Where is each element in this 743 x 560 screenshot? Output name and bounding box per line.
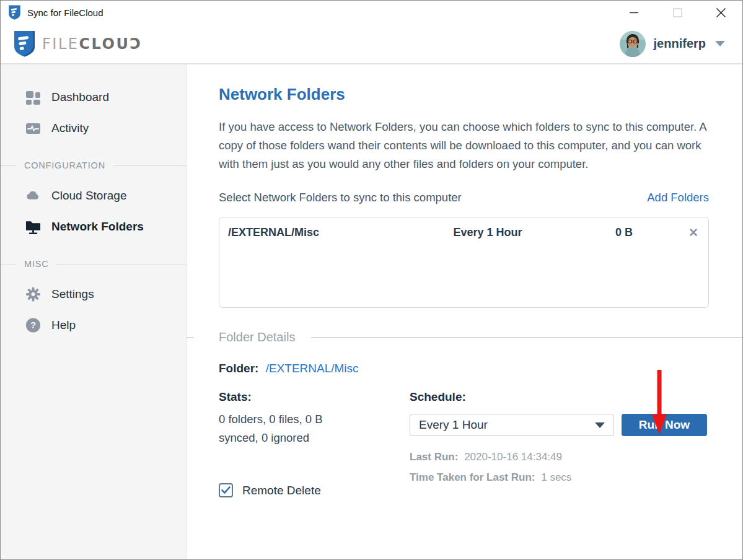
maximize-icon (673, 8, 682, 17)
sidebar-item-label: Help (51, 318, 76, 332)
sidebar-item-cloud-storage[interactable]: Cloud Storage (1, 180, 186, 211)
folder-size-cell: 0 B (574, 226, 674, 239)
titlebar: Sync for FileCloud (1, 1, 742, 24)
user-menu[interactable]: jenniferp (620, 31, 725, 57)
sidebar-item-label: Cloud Storage (51, 189, 126, 203)
select-folders-label: Select Network Folders to sync to this c… (219, 191, 462, 204)
user-caret-down-icon (715, 41, 725, 46)
divider-tail (311, 337, 742, 338)
stats-text: 0 folders, 0 files, 0 B synced, 0 ignore… (219, 410, 398, 447)
username: jenniferp (654, 37, 706, 51)
app-window: Sync for FileCloud (0, 0, 743, 560)
wordmark-file: FILE (42, 35, 79, 53)
app-icon (8, 5, 21, 20)
last-run-value: 2020-10-16 14:34:49 (464, 451, 562, 463)
sidebar-item-label: Dashboard (51, 90, 109, 104)
body: Dashboard Activity CONFIGURATION (1, 64, 742, 559)
minimize-icon (629, 7, 639, 17)
sidebar-section-configuration: CONFIGURATION (1, 159, 186, 172)
filecloud-wordmark: FILECLOUƆ (42, 35, 143, 53)
close-icon (716, 7, 726, 18)
sidebar-item-network-folders[interactable]: Network Folders (1, 211, 186, 242)
checkmark-icon (221, 486, 231, 494)
folder-details-divider: Folder Details (187, 330, 742, 344)
sidebar-section-misc: MISC (1, 258, 186, 270)
wordmark-d: Ɔ (130, 35, 142, 53)
minimize-button[interactable] (612, 1, 656, 24)
section-label: MISC (24, 259, 48, 269)
page-title: Network Folders (219, 84, 709, 104)
page-description: If you have access to Network Folders, y… (219, 118, 709, 173)
dropdown-caret-icon (595, 422, 605, 428)
sidebar-item-activity[interactable]: Activity (1, 113, 186, 144)
sidebar-item-label: Settings (51, 287, 94, 301)
gear-icon (25, 287, 41, 302)
avatar (620, 31, 646, 57)
schedule-dropdown-value: Every 1 Hour (419, 418, 488, 432)
stats-line1: 0 folders, 0 files, 0 B (219, 410, 398, 429)
filecloud-logo: FILECLOUƆ (13, 30, 143, 57)
remote-delete-row[interactable]: Remote Delete (219, 483, 398, 497)
dashboard-icon (25, 90, 41, 105)
last-run-line: Last Run: 2020-10-16 14:34:49 (410, 451, 707, 463)
folder-details-legend: Folder Details (219, 330, 295, 344)
stats-label: Stats: (219, 390, 398, 404)
divider-stub (187, 337, 194, 338)
activity-icon (25, 121, 41, 136)
wordmark-cloud: CLOU (79, 35, 130, 53)
remote-delete-label: Remote Delete (242, 484, 321, 497)
remote-delete-checkbox[interactable] (219, 483, 233, 497)
sidebar-item-label: Activity (51, 121, 89, 135)
maximize-button[interactable] (656, 1, 699, 24)
folder-label: Folder: (219, 362, 258, 375)
sidebar-item-help[interactable]: ? Help (1, 310, 186, 341)
svg-text:?: ? (30, 320, 36, 330)
time-taken-line: Time Taken for Last Run: 1 secs (410, 471, 707, 484)
schedule-label: Schedule: (410, 390, 707, 404)
main-content: Network Folders If you have access to Ne… (187, 64, 742, 559)
help-icon: ? (25, 318, 41, 333)
schedule-dropdown[interactable]: Every 1 Hour (410, 414, 614, 436)
folder-schedule-cell: Every 1 Hour (401, 226, 574, 239)
section-label: CONFIGURATION (24, 160, 105, 170)
network-folder-icon (25, 219, 41, 235)
close-button[interactable] (699, 1, 742, 24)
remove-folder-icon[interactable]: ✕ (674, 225, 698, 240)
sidebar: Dashboard Activity CONFIGURATION (1, 64, 187, 559)
folder-list-row[interactable]: /EXTERNAL/Misc Every 1 Hour 0 B ✕ (219, 217, 708, 240)
window-title: Sync for FileCloud (27, 7, 103, 18)
folder-path-link[interactable]: /EXTERNAL/Misc (266, 362, 359, 375)
time-taken-value: 1 secs (541, 471, 571, 483)
select-folders-row: Select Network Folders to sync to this c… (219, 191, 709, 204)
time-taken-label: Time Taken for Last Run: (410, 471, 535, 483)
stats-line2: synced, 0 ignored (219, 429, 398, 447)
folder-line: Folder: /EXTERNAL/Misc (219, 362, 709, 375)
add-folders-link[interactable]: Add Folders (647, 191, 709, 204)
filecloud-shield-icon (13, 30, 36, 57)
header: FILECLOUƆ jenniferp (1, 24, 742, 64)
window-controls (612, 1, 742, 24)
folder-path-cell: /EXTERNAL/Misc (228, 226, 401, 239)
sidebar-item-settings[interactable]: Settings (1, 279, 186, 310)
last-run-label: Last Run: (410, 451, 458, 463)
cloud-icon (25, 188, 41, 204)
run-now-button[interactable]: Run Now (622, 414, 707, 436)
details-columns: Stats: 0 folders, 0 files, 0 B synced, 0… (219, 390, 709, 497)
sidebar-item-dashboard[interactable]: Dashboard (1, 82, 186, 113)
sidebar-item-label: Network Folders (51, 220, 144, 234)
schedule-row: Every 1 Hour Run Now (410, 414, 707, 436)
stats-column: Stats: 0 folders, 0 files, 0 B synced, 0… (219, 390, 398, 497)
folder-list: /EXTERNAL/Misc Every 1 Hour 0 B ✕ (219, 217, 709, 308)
schedule-column: Schedule: Every 1 Hour Run Now Last Run:… (410, 390, 707, 497)
